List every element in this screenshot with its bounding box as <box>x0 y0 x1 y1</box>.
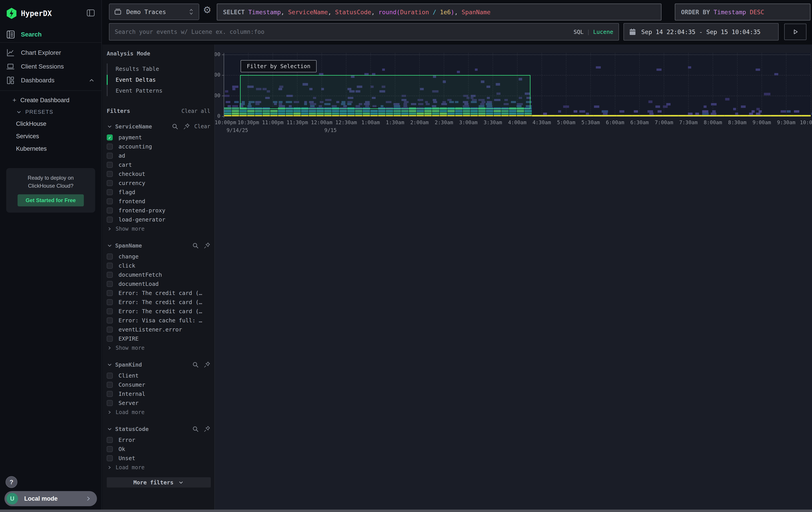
filter-option-ok[interactable]: Ok <box>107 444 210 454</box>
filter-option-frontend[interactable]: frontend <box>107 197 210 206</box>
checkbox-unchecked[interactable] <box>107 171 113 177</box>
chevron-down-icon[interactable] <box>107 124 113 129</box>
checkbox-unchecked[interactable] <box>107 446 113 452</box>
help-button[interactable]: ? <box>5 476 17 488</box>
gear-icon[interactable]: ⚙ <box>203 5 211 15</box>
filter-option-load-generator[interactable]: load-generator <box>107 215 210 224</box>
checkbox-checked[interactable]: ✓ <box>107 134 113 140</box>
search-icon[interactable] <box>192 242 199 249</box>
horizontal-scrollbar[interactable] <box>0 510 812 512</box>
more-filters-button[interactable]: More filters <box>107 477 211 487</box>
checkbox-unchecked[interactable] <box>107 217 113 223</box>
clear-all-button[interactable]: Clear all <box>181 108 210 114</box>
filter-group-title[interactable]: StatusCode <box>115 426 187 432</box>
checkbox-unchecked[interactable] <box>107 299 113 305</box>
presets-header[interactable]: PRESETS <box>0 106 102 117</box>
filter-group-title[interactable]: ServiceName <box>115 123 167 130</box>
sidebar-item-search[interactable]: Search <box>0 27 102 43</box>
traces-heatmap-canvas[interactable] <box>215 45 812 138</box>
preset-item-services[interactable]: Services <box>0 130 102 142</box>
filter-option-change[interactable]: change <box>107 252 210 261</box>
filter-option-error[interactable]: Error <box>107 435 210 444</box>
search-icon[interactable] <box>172 123 178 130</box>
checkbox-unchecked[interactable] <box>107 281 113 287</box>
filter-option-server[interactable]: Server <box>107 399 210 408</box>
sql-select-input[interactable]: SELECT Timestamp, ServiceName, StatusCod… <box>217 4 662 21</box>
checkbox-unchecked[interactable] <box>107 318 113 323</box>
checkbox-unchecked[interactable] <box>107 253 113 260</box>
get-started-button[interactable]: Get Started for Free <box>18 194 84 206</box>
filter-group-title[interactable]: SpanName <box>115 242 187 249</box>
clear-group-button[interactable]: Clear <box>194 123 210 130</box>
show-more-button[interactable]: Show more <box>107 343 210 352</box>
search-icon[interactable] <box>192 361 199 368</box>
source-select[interactable]: Demo Traces <box>109 4 199 20</box>
filter-option-documentfetch[interactable]: documentFetch <box>107 270 210 279</box>
checkbox-unchecked[interactable] <box>107 373 113 379</box>
pin-icon[interactable] <box>204 242 210 249</box>
mode-lucene[interactable]: Lucene <box>593 29 613 35</box>
user-menu[interactable]: U Local mode <box>4 491 97 506</box>
load-more-button[interactable]: Load more <box>107 463 210 472</box>
sidebar-item-client-sessions[interactable]: Client Sessions <box>0 60 102 74</box>
search-icon[interactable] <box>192 426 199 432</box>
filter-option-error-the-credit-card[interactable]: Error: The credit card (… <box>107 307 210 316</box>
filter-option-frontend-proxy[interactable]: frontend-proxy <box>107 206 210 215</box>
chevron-down-icon[interactable] <box>107 243 113 248</box>
preset-item-kubernetes[interactable]: Kubernetes <box>0 142 102 155</box>
pin-icon[interactable] <box>204 361 210 368</box>
analysis-mode-option-event-deltas[interactable]: Event Deltas <box>108 74 210 85</box>
pin-icon[interactable] <box>204 426 210 432</box>
analysis-mode-option-results-table[interactable]: Results Table <box>108 63 210 74</box>
filter-option-expire[interactable]: EXPIRE <box>107 334 210 343</box>
filter-option-payment[interactable]: ✓payment <box>107 133 210 142</box>
checkbox-unchecked[interactable] <box>107 162 113 168</box>
filter-option-error-the-credit-card[interactable]: Error: The credit card (… <box>107 298 210 307</box>
checkbox-unchecked[interactable] <box>107 198 113 204</box>
filter-option-cart[interactable]: cart <box>107 160 210 169</box>
checkbox-unchecked[interactable] <box>107 400 113 406</box>
filter-option-currency[interactable]: currency <box>107 179 210 188</box>
pin-icon[interactable] <box>183 123 190 130</box>
checkbox-unchecked[interactable] <box>107 208 113 214</box>
filter-group-title[interactable]: SpanKind <box>115 361 187 368</box>
time-range-picker[interactable]: Sep 14 22:04:35 - Sep 15 10:04:35 <box>624 23 779 41</box>
checkbox-unchecked[interactable] <box>107 382 113 388</box>
checkbox-unchecked[interactable] <box>107 263 113 269</box>
checkbox-unchecked[interactable] <box>107 455 113 461</box>
chevron-up-icon[interactable] <box>88 77 95 84</box>
chevron-down-icon[interactable] <box>107 426 113 432</box>
checkbox-unchecked[interactable] <box>107 290 113 296</box>
mode-sql[interactable]: SQL <box>574 29 583 35</box>
sidebar-item-chart-explorer[interactable]: Chart Explorer <box>0 46 102 60</box>
filter-option-consumer[interactable]: Consumer <box>107 380 210 389</box>
sidebar-item-dashboards[interactable]: Dashboards <box>0 74 102 87</box>
filter-option-flagd[interactable]: flagd <box>107 188 210 197</box>
filter-option-checkout[interactable]: checkout <box>107 169 210 179</box>
checkbox-unchecked[interactable] <box>107 308 113 314</box>
sidebar-collapse-icon[interactable] <box>86 8 95 18</box>
checkbox-unchecked[interactable] <box>107 272 113 278</box>
analysis-mode-option-event-patterns[interactable]: Event Patterns <box>108 85 210 96</box>
checkbox-unchecked[interactable] <box>107 327 113 332</box>
filter-option-error-the-credit-card[interactable]: Error: The credit card (… <box>107 289 210 298</box>
filter-option-click[interactable]: click <box>107 261 210 270</box>
preset-item-clickhouse[interactable]: ClickHouse <box>0 117 102 130</box>
search-input[interactable] <box>115 28 574 35</box>
checkbox-unchecked[interactable] <box>107 391 113 397</box>
create-dashboard-button[interactable]: + Create Dashboard <box>0 94 102 106</box>
filter-option-client[interactable]: Client <box>107 371 210 380</box>
filter-option-eventlistener-error[interactable]: eventListener.error <box>107 325 210 334</box>
run-query-button[interactable] <box>784 24 807 40</box>
checkbox-unchecked[interactable] <box>107 189 113 195</box>
filter-option-internal[interactable]: Internal <box>107 389 210 399</box>
filter-option-documentload[interactable]: documentLoad <box>107 279 210 289</box>
filter-option-accounting[interactable]: accounting <box>107 142 210 151</box>
filter-by-selection-button[interactable]: Filter by Selection <box>240 60 317 72</box>
show-more-button[interactable]: Show more <box>107 224 210 233</box>
checkbox-unchecked[interactable] <box>107 153 113 159</box>
checkbox-unchecked[interactable] <box>107 437 113 443</box>
checkbox-unchecked[interactable] <box>107 143 113 150</box>
checkbox-unchecked[interactable] <box>107 336 113 342</box>
filter-option-error-visa-cache-full[interactable]: Error: Visa cache full: … <box>107 316 210 325</box>
